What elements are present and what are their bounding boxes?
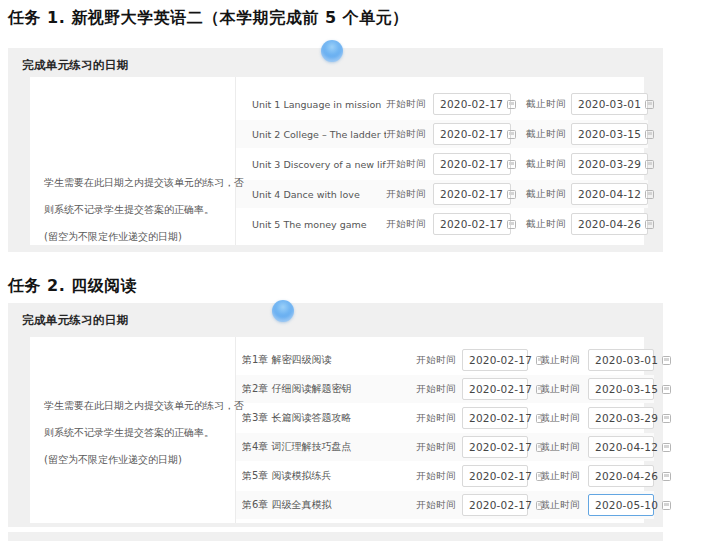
start-time-label: 开始时间 bbox=[386, 218, 426, 231]
panel-description: 学生需要在此日期之内提交该单元的练习，否 则系统不记录学生提交答案的正确率。 (… bbox=[30, 337, 236, 523]
calendar-icon bbox=[662, 356, 671, 365]
calendar-icon bbox=[662, 472, 671, 481]
end-date-input[interactable]: 2020-04-12 bbox=[571, 183, 648, 205]
calendar-icon bbox=[536, 414, 545, 423]
calendar-icon bbox=[536, 443, 545, 452]
date-value: 2020-04-12 bbox=[578, 188, 641, 200]
calendar-icon bbox=[645, 160, 654, 169]
note-line: 则系统不记录学生提交答案的正确率。 bbox=[44, 196, 244, 223]
date-value: 2020-03-29 bbox=[578, 158, 641, 170]
end-date-input[interactable]: 2020-03-15 bbox=[571, 123, 648, 145]
end-time-label: 截止时间 bbox=[526, 188, 566, 201]
end-time-label: 截止时间 bbox=[540, 441, 580, 454]
calendar-icon bbox=[507, 100, 516, 109]
calendar-icon bbox=[662, 414, 671, 423]
date-value: 2020-03-01 bbox=[578, 98, 641, 110]
start-date-input[interactable]: 2020-02-17 bbox=[433, 213, 511, 235]
unit-label: 第2章 仔细阅读解题密钥 bbox=[242, 382, 416, 396]
end-date-input-focused[interactable]: 2020-05-10 bbox=[588, 494, 654, 516]
end-date-input[interactable]: 2020-03-01 bbox=[571, 93, 648, 115]
calendar-icon bbox=[645, 130, 654, 139]
end-date-input[interactable]: 2020-04-26 bbox=[571, 213, 648, 235]
end-date-input[interactable]: 2020-04-26 bbox=[588, 465, 654, 487]
unit-label: 第5章 阅读模拟练兵 bbox=[242, 469, 416, 483]
start-date-input[interactable]: 2020-02-17 bbox=[433, 153, 511, 175]
end-date-input[interactable]: 2020-03-15 bbox=[588, 378, 654, 400]
note-line: (留空为不限定作业递交的日期) bbox=[44, 223, 244, 250]
date-value: 2020-04-26 bbox=[595, 470, 658, 482]
end-time-label: 截止时间 bbox=[540, 383, 580, 396]
date-value: 2020-02-17 bbox=[440, 98, 503, 110]
date-value: 2020-02-17 bbox=[469, 441, 532, 453]
date-value: 2020-02-17 bbox=[440, 158, 503, 170]
date-value: 2020-03-15 bbox=[595, 383, 658, 395]
next-panel-cutoff bbox=[8, 532, 663, 541]
start-time-label: 开始时间 bbox=[416, 470, 456, 483]
date-value: 2020-02-17 bbox=[469, 354, 532, 366]
date-value: 2020-02-17 bbox=[469, 412, 532, 424]
date-value: 2020-03-15 bbox=[578, 128, 641, 140]
calendar-icon bbox=[536, 472, 545, 481]
unit-row: 第5章 阅读模拟练兵 开始时间 2020-02-17 截止时间 2020-04-… bbox=[236, 462, 654, 490]
end-date-input[interactable]: 2020-04-12 bbox=[588, 436, 654, 458]
start-time-label: 开始时间 bbox=[416, 499, 456, 512]
date-value: 2020-03-29 bbox=[595, 412, 658, 424]
date-value: 2020-02-17 bbox=[469, 499, 532, 511]
end-time-label: 截止时间 bbox=[540, 499, 580, 512]
unit-label: 第4章 词汇理解技巧盘点 bbox=[242, 440, 416, 454]
calendar-icon bbox=[536, 501, 545, 510]
start-date-input[interactable]: 2020-02-17 bbox=[462, 436, 528, 458]
unit-row: 第4章 词汇理解技巧盘点 开始时间 2020-02-17 截止时间 2020-0… bbox=[236, 433, 654, 461]
date-value: 2020-02-17 bbox=[440, 128, 503, 140]
start-date-input[interactable]: 2020-02-17 bbox=[433, 183, 511, 205]
calendar-icon bbox=[645, 100, 654, 109]
calendar-icon bbox=[645, 220, 654, 229]
start-date-input[interactable]: 2020-02-17 bbox=[433, 93, 511, 115]
unit-label: Unit 4 Dance with love bbox=[252, 189, 386, 200]
calendar-icon bbox=[645, 190, 654, 199]
unit-row: Unit 5 The money game 开始时间 2020-02-17 截止… bbox=[236, 210, 648, 238]
task1-date-settings-panel: 完成单元练习的日期 学生需要在此日期之内提交该单元的练习，否 则系统不记录学生提… bbox=[8, 48, 663, 252]
start-time-label: 开始时间 bbox=[416, 383, 456, 396]
start-time-label: 开始时间 bbox=[386, 98, 426, 111]
unit-label: 第3章 长篇阅读答题攻略 bbox=[242, 411, 416, 425]
end-date-input[interactable]: 2020-03-01 bbox=[588, 349, 654, 371]
end-time-label: 截止时间 bbox=[540, 470, 580, 483]
calendar-icon bbox=[662, 443, 671, 452]
unit-label: Unit 5 The money game bbox=[252, 219, 386, 230]
start-time-label: 开始时间 bbox=[416, 354, 456, 367]
start-date-input[interactable]: 2020-02-17 bbox=[462, 349, 528, 371]
start-time-label: 开始时间 bbox=[386, 128, 426, 141]
calendar-icon bbox=[662, 501, 671, 510]
start-date-input[interactable]: 2020-02-17 bbox=[462, 407, 528, 429]
unit-row: Unit 4 Dance with love 开始时间 2020-02-17 截… bbox=[236, 180, 648, 208]
task1-heading: 任务 1. 新视野大学英语二（本学期完成前 5 个单元） bbox=[8, 8, 409, 29]
note-line: 学生需要在此日期之内提交该单元的练习，否 bbox=[44, 169, 244, 196]
calendar-icon bbox=[536, 356, 545, 365]
unit-row: Unit 2 College – The ladder to... 开始时间 2… bbox=[236, 120, 648, 148]
start-date-input[interactable]: 2020-02-17 bbox=[433, 123, 511, 145]
note-line: (留空为不限定作业递交的日期) bbox=[44, 446, 244, 473]
start-date-input[interactable]: 2020-02-17 bbox=[462, 465, 528, 487]
unit-row: 第1章 解密四级阅读 开始时间 2020-02-17 截止时间 2020-03-… bbox=[236, 346, 654, 374]
panel-title: 完成单元练习的日期 bbox=[8, 303, 663, 328]
unit-label: Unit 2 College – The ladder to... bbox=[252, 129, 386, 140]
start-time-label: 开始时间 bbox=[416, 441, 456, 454]
date-value: 2020-02-17 bbox=[469, 383, 532, 395]
calendar-icon bbox=[507, 190, 516, 199]
end-time-label: 截止时间 bbox=[526, 158, 566, 171]
panel-card: 学生需要在此日期之内提交该单元的练习，否 则系统不记录学生提交答案的正确率。 (… bbox=[30, 337, 644, 523]
start-time-label: 开始时间 bbox=[386, 158, 426, 171]
unit-row: Unit 1 Language in mission 开始时间 2020-02-… bbox=[236, 90, 648, 118]
end-time-label: 截止时间 bbox=[540, 412, 580, 425]
start-date-input[interactable]: 2020-02-17 bbox=[462, 378, 528, 400]
task2-heading: 任务 2. 四级阅读 bbox=[8, 276, 137, 297]
calendar-icon bbox=[662, 385, 671, 394]
end-time-label: 截止时间 bbox=[526, 218, 566, 231]
date-value: 2020-03-01 bbox=[595, 354, 658, 366]
start-date-input[interactable]: 2020-02-17 bbox=[462, 494, 528, 516]
end-time-label: 截止时间 bbox=[540, 354, 580, 367]
date-value: 2020-02-17 bbox=[469, 470, 532, 482]
end-date-input[interactable]: 2020-03-29 bbox=[588, 407, 654, 429]
end-date-input[interactable]: 2020-03-29 bbox=[571, 153, 648, 175]
